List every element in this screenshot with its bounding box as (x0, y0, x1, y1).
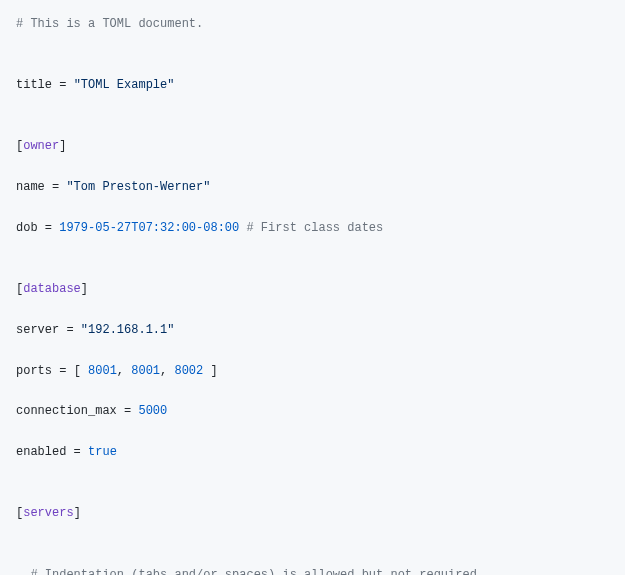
table: owner (23, 139, 59, 153)
key: dob (16, 221, 38, 235)
indent (16, 568, 30, 575)
key: name (16, 180, 45, 194)
bracket: ] (203, 364, 217, 378)
table: servers (23, 506, 73, 520)
equals: = (66, 445, 88, 459)
bracket: ] (74, 506, 81, 520)
code-line: enabled = true (16, 442, 609, 462)
number: 5000 (138, 404, 167, 418)
boolean: true (88, 445, 117, 459)
string: "192.168.1.1" (81, 323, 175, 337)
code-line: [servers] (16, 503, 609, 523)
code-line: # Indentation (tabs and/or spaces) is al… (16, 565, 609, 575)
comma: , (117, 364, 131, 378)
comment: # First class dates (246, 221, 383, 235)
key: server (16, 323, 59, 337)
bracket: [ (74, 364, 88, 378)
code-line: server = "192.168.1.1" (16, 320, 609, 340)
code-line: [database] (16, 279, 609, 299)
table: database (23, 282, 81, 296)
key: ports (16, 364, 52, 378)
string: "TOML Example" (74, 78, 175, 92)
code-line: ports = [ 8001, 8001, 8002 ] (16, 361, 609, 381)
equals: = (117, 404, 139, 418)
equals: = (45, 180, 67, 194)
equals: = (52, 364, 74, 378)
equals: = (38, 221, 60, 235)
code-line: # This is a TOML document. (16, 14, 609, 34)
string: "Tom Preston-Werner" (66, 180, 210, 194)
key: enabled (16, 445, 66, 459)
key: connection_max (16, 404, 117, 418)
equals: = (59, 323, 81, 337)
bracket: ] (81, 282, 88, 296)
code-line: connection_max = 5000 (16, 401, 609, 421)
code-line: title = "TOML Example" (16, 75, 609, 95)
bracket: ] (59, 139, 66, 153)
comma: , (160, 364, 174, 378)
number: 8001 (131, 364, 160, 378)
code-line: [owner] (16, 136, 609, 156)
code-line: name = "Tom Preston-Werner" (16, 177, 609, 197)
number: 8002 (174, 364, 203, 378)
comment: # This is a TOML document. (16, 17, 203, 31)
key: title (16, 78, 52, 92)
code-block: # This is a TOML document. title = "TOML… (16, 14, 609, 575)
number: 8001 (88, 364, 117, 378)
code-line: dob = 1979-05-27T07:32:00-08:00 # First … (16, 218, 609, 238)
equals: = (52, 78, 74, 92)
datetime: 1979-05-27T07:32:00-08:00 (59, 221, 239, 235)
comment: # Indentation (tabs and/or spaces) is al… (30, 568, 476, 575)
